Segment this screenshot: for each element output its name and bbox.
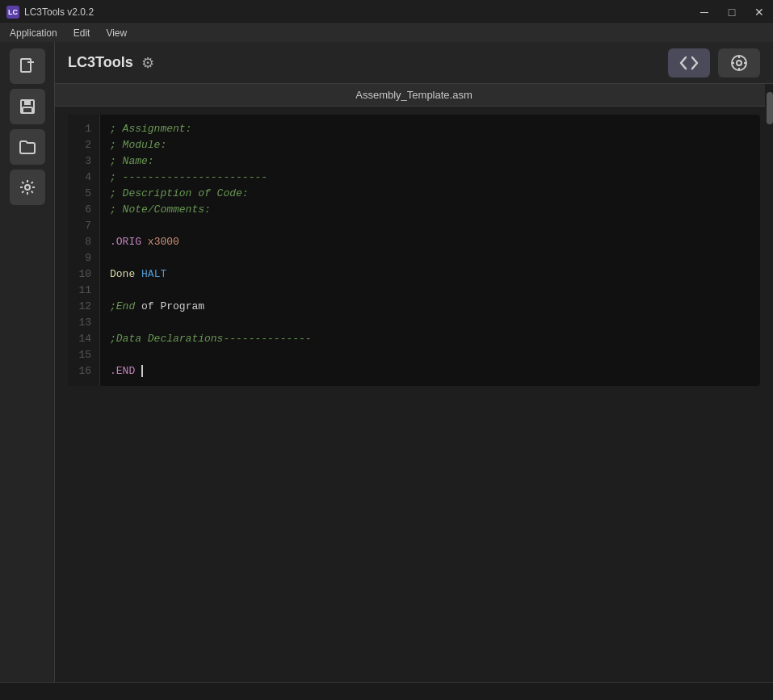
save-button[interactable] bbox=[10, 89, 45, 124]
line-num: 2 bbox=[76, 137, 91, 153]
menu-edit[interactable]: Edit bbox=[67, 26, 97, 40]
filename-bar: Assembly_Template.asm bbox=[55, 84, 773, 107]
bottom-area bbox=[55, 394, 773, 700]
line-num: 15 bbox=[76, 347, 91, 363]
scrollbar-thumb[interactable] bbox=[767, 92, 773, 124]
code-line-6: ; Note/Comments: bbox=[110, 202, 750, 218]
code-line-7 bbox=[110, 218, 750, 234]
code-line-16: .END bbox=[110, 363, 750, 379]
title-bar-left: LC LC3Tools v2.0.2 bbox=[6, 6, 94, 19]
editor-header: LC3Tools ⚙ bbox=[55, 42, 773, 84]
line-num: 14 bbox=[76, 331, 91, 347]
line-num: 3 bbox=[76, 153, 91, 170]
title-bar: LC LC3Tools v2.0.2 ─ □ ✕ bbox=[0, 0, 773, 24]
status-bar bbox=[0, 682, 773, 700]
menu-bar: Application Edit View bbox=[0, 24, 773, 42]
app-icon: LC bbox=[6, 6, 19, 19]
code-line-13 bbox=[110, 315, 750, 331]
code-line-9 bbox=[110, 250, 750, 266]
content-area: LC3Tools ⚙ bbox=[55, 42, 773, 700]
svg-rect-0 bbox=[21, 59, 31, 72]
code-line-2: ; Module: bbox=[110, 137, 750, 153]
svg-point-8 bbox=[737, 61, 741, 65]
code-line-15 bbox=[110, 347, 750, 363]
line-num: 9 bbox=[76, 250, 91, 266]
line-num: 11 bbox=[76, 283, 91, 299]
wrench-button[interactable] bbox=[10, 170, 45, 205]
code-line-5: ; Description of Code: bbox=[110, 186, 750, 202]
line-num: 6 bbox=[76, 202, 91, 218]
line-num: 13 bbox=[76, 315, 91, 331]
line-num: 8 bbox=[76, 234, 91, 250]
line-num: 5 bbox=[76, 186, 91, 202]
line-num: 12 bbox=[76, 299, 91, 315]
app-icon-text: LC bbox=[8, 8, 18, 16]
line-num: 10 bbox=[76, 266, 91, 283]
code-line-11 bbox=[110, 283, 750, 299]
code-line-3: ; Name: bbox=[110, 153, 750, 170]
filename-text: Assembly_Template.asm bbox=[355, 89, 473, 101]
line-num: 7 bbox=[76, 218, 91, 234]
open-folder-button[interactable] bbox=[10, 129, 45, 165]
svg-rect-4 bbox=[24, 100, 31, 105]
close-button[interactable]: ✕ bbox=[752, 5, 767, 19]
code-content[interactable]: ; Assignment: ; Module: ; Name: ; ------… bbox=[100, 115, 760, 386]
code-line-8: .ORIG x3000 bbox=[110, 234, 750, 250]
code-line-10: Done HALT bbox=[110, 266, 750, 283]
maximize-button[interactable]: □ bbox=[725, 5, 739, 19]
main-layout: LC3Tools ⚙ bbox=[0, 42, 773, 700]
minimize-button[interactable]: ─ bbox=[697, 5, 712, 19]
title-text: LC3Tools v2.0.2 bbox=[24, 6, 94, 18]
simulator-button[interactable] bbox=[718, 48, 760, 78]
code-editor[interactable]: 1 2 3 4 5 6 7 8 9 10 11 12 13 14 15 16 bbox=[68, 115, 760, 386]
scrollbar-right[interactable] bbox=[765, 84, 773, 700]
code-line-14: ;Data Declarations-------------- bbox=[110, 331, 750, 347]
sidebar bbox=[0, 42, 55, 700]
code-line-12: ;End of Program bbox=[110, 299, 750, 315]
settings-gear-icon[interactable]: ⚙ bbox=[141, 54, 154, 72]
title-bar-controls: ─ □ ✕ bbox=[697, 5, 767, 19]
editor-header-right bbox=[668, 48, 760, 78]
editor-app-title: LC3Tools bbox=[68, 54, 133, 71]
svg-point-6 bbox=[25, 185, 30, 190]
line-num: 4 bbox=[76, 170, 91, 186]
line-num: 16 bbox=[76, 363, 91, 379]
menu-application[interactable]: Application bbox=[3, 26, 64, 40]
line-num: 1 bbox=[76, 121, 91, 137]
code-line-4: ; ----------------------- bbox=[110, 170, 750, 186]
svg-rect-5 bbox=[23, 107, 32, 113]
code-view-button[interactable] bbox=[668, 48, 710, 78]
menu-view[interactable]: View bbox=[99, 26, 133, 40]
line-numbers: 1 2 3 4 5 6 7 8 9 10 11 12 13 14 15 16 bbox=[68, 115, 100, 386]
new-file-button[interactable] bbox=[10, 48, 45, 84]
code-line-1: ; Assignment: bbox=[110, 121, 750, 137]
editor-title-area: LC3Tools ⚙ bbox=[68, 54, 154, 72]
editor-container[interactable]: 1 2 3 4 5 6 7 8 9 10 11 12 13 14 15 16 bbox=[68, 115, 760, 386]
